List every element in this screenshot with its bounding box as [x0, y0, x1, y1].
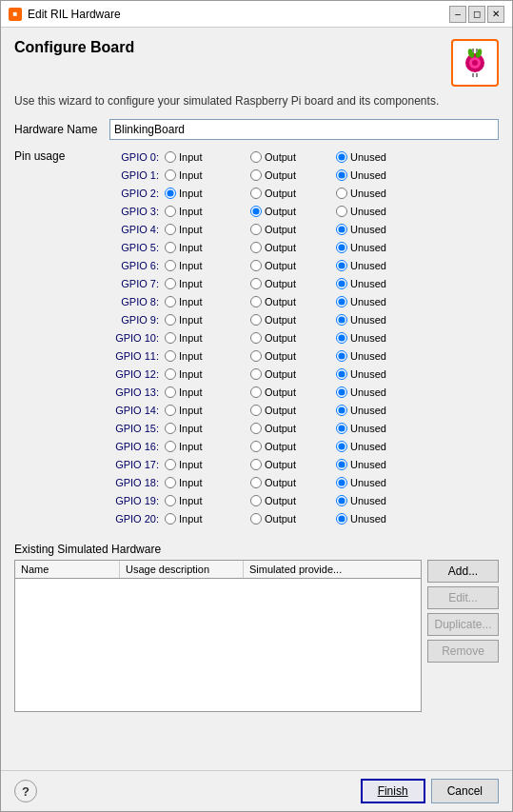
radio-unused-input[interactable] — [336, 350, 347, 362]
radio-unused-input[interactable] — [336, 386, 347, 398]
radio-input-input[interactable] — [165, 513, 176, 525]
hardware-name-input[interactable] — [109, 119, 499, 140]
radio-output-label[interactable]: Output — [265, 242, 296, 253]
radio-input-label[interactable]: Input — [179, 242, 202, 253]
radio-input-label[interactable]: Input — [179, 169, 202, 181]
radio-output-input[interactable] — [250, 405, 262, 416]
radio-unused-label[interactable]: Unused — [350, 423, 386, 434]
radio-unused-input[interactable] — [336, 242, 347, 253]
radio-unused-input[interactable] — [336, 332, 347, 344]
radio-input-label[interactable]: Input — [179, 423, 202, 434]
radio-output-label[interactable]: Output — [265, 405, 296, 416]
radio-input-input[interactable] — [165, 296, 176, 307]
radio-unused-label[interactable]: Unused — [350, 332, 386, 344]
radio-input-input[interactable] — [165, 368, 176, 380]
help-button[interactable]: ? — [14, 780, 37, 802]
radio-input-input[interactable] — [165, 495, 176, 506]
radio-unused-input[interactable] — [336, 495, 347, 506]
finish-button[interactable]: Finish — [361, 779, 425, 803]
radio-unused-label[interactable]: Unused — [350, 405, 386, 416]
radio-output-input[interactable] — [250, 332, 262, 344]
radio-input-input[interactable] — [165, 314, 176, 326]
radio-input-input[interactable] — [165, 278, 176, 289]
radio-input-label[interactable]: Input — [179, 368, 202, 380]
radio-unused-input[interactable] — [336, 368, 347, 380]
radio-output-input[interactable] — [250, 296, 262, 307]
radio-output-input[interactable] — [250, 441, 262, 452]
radio-unused-label[interactable]: Unused — [350, 368, 386, 380]
radio-input-label[interactable]: Input — [179, 278, 202, 289]
radio-input-label[interactable]: Input — [179, 151, 202, 163]
radio-output-label[interactable]: Output — [265, 260, 296, 271]
radio-unused-label[interactable]: Unused — [350, 224, 386, 235]
radio-input-label[interactable]: Input — [179, 459, 202, 470]
duplicate-button[interactable]: Duplicate... — [427, 613, 499, 636]
radio-output-label[interactable]: Output — [265, 368, 296, 380]
radio-output-input[interactable] — [250, 260, 262, 271]
minimize-button[interactable]: – — [449, 6, 466, 23]
radio-unused-label[interactable]: Unused — [350, 188, 386, 199]
radio-unused-label[interactable]: Unused — [350, 459, 386, 470]
radio-unused-label[interactable]: Unused — [350, 314, 386, 326]
radio-unused-input[interactable] — [336, 296, 347, 307]
radio-output-label[interactable]: Output — [265, 423, 296, 434]
edit-button[interactable]: Edit... — [427, 586, 499, 609]
restore-button[interactable]: ◻ — [468, 6, 485, 23]
radio-unused-label[interactable]: Unused — [350, 441, 386, 452]
radio-output-label[interactable]: Output — [265, 169, 296, 181]
radio-output-input[interactable] — [250, 206, 262, 217]
radio-output-input[interactable] — [250, 151, 262, 163]
radio-output-label[interactable]: Output — [265, 386, 296, 398]
radio-output-label[interactable]: Output — [265, 206, 296, 217]
radio-input-input[interactable] — [165, 459, 176, 470]
radio-input-label[interactable]: Input — [179, 206, 202, 217]
radio-output-label[interactable]: Output — [265, 513, 296, 525]
radio-input-label[interactable]: Input — [179, 296, 202, 307]
radio-output-input[interactable] — [250, 169, 262, 181]
radio-input-input[interactable] — [165, 386, 176, 398]
radio-input-label[interactable]: Input — [179, 477, 202, 488]
radio-input-input[interactable] — [165, 405, 176, 416]
radio-unused-label[interactable]: Unused — [350, 386, 386, 398]
radio-unused-label[interactable]: Unused — [350, 495, 386, 506]
radio-output-input[interactable] — [250, 386, 262, 398]
radio-output-label[interactable]: Output — [265, 151, 296, 163]
radio-input-label[interactable]: Input — [179, 441, 202, 452]
radio-unused-label[interactable]: Unused — [350, 260, 386, 271]
radio-input-input[interactable] — [165, 169, 176, 181]
radio-unused-label[interactable]: Unused — [350, 151, 386, 163]
radio-input-label[interactable]: Input — [179, 495, 202, 506]
radio-input-input[interactable] — [165, 206, 176, 217]
radio-unused-input[interactable] — [336, 459, 347, 470]
radio-unused-label[interactable]: Unused — [350, 296, 386, 307]
cancel-button[interactable]: Cancel — [431, 779, 499, 803]
radio-input-input[interactable] — [165, 224, 176, 235]
radio-unused-input[interactable] — [336, 405, 347, 416]
radio-unused-input[interactable] — [336, 224, 347, 235]
radio-unused-label[interactable]: Unused — [350, 206, 386, 217]
radio-input-input[interactable] — [165, 350, 176, 362]
radio-input-input[interactable] — [165, 188, 176, 199]
radio-output-label[interactable]: Output — [265, 441, 296, 452]
radio-output-label[interactable]: Output — [265, 350, 296, 362]
radio-unused-input[interactable] — [336, 513, 347, 525]
radio-output-input[interactable] — [250, 477, 262, 488]
radio-output-input[interactable] — [250, 513, 262, 525]
radio-output-label[interactable]: Output — [265, 224, 296, 235]
radio-input-label[interactable]: Input — [179, 332, 202, 344]
radio-output-input[interactable] — [250, 423, 262, 434]
radio-unused-input[interactable] — [336, 441, 347, 452]
radio-output-input[interactable] — [250, 278, 262, 289]
radio-input-label[interactable]: Input — [179, 350, 202, 362]
radio-unused-input[interactable] — [336, 169, 347, 181]
radio-unused-label[interactable]: Unused — [350, 169, 386, 181]
radio-output-label[interactable]: Output — [265, 459, 296, 470]
radio-input-input[interactable] — [165, 332, 176, 344]
radio-input-label[interactable]: Input — [179, 314, 202, 326]
radio-input-input[interactable] — [165, 260, 176, 271]
radio-output-input[interactable] — [250, 368, 262, 380]
radio-output-input[interactable] — [250, 459, 262, 470]
radio-input-input[interactable] — [165, 423, 176, 434]
radio-input-label[interactable]: Input — [179, 188, 202, 199]
radio-output-input[interactable] — [250, 495, 262, 506]
